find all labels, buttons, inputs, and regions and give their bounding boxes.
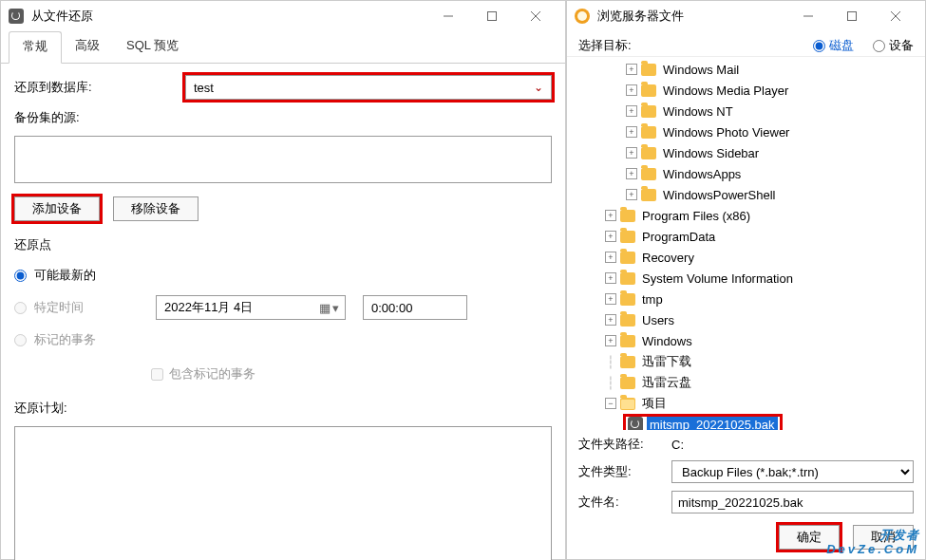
folder-icon	[620, 252, 635, 264]
file-tree[interactable]: +Windows Mail+Windows Media Player+Windo…	[567, 57, 925, 430]
tree-node[interactable]: +System Volume Information	[569, 268, 919, 289]
file-type-select[interactable]: Backup Files (*.bak;*.trn)	[671, 460, 914, 483]
radio-marked-label: 标记的事务	[34, 331, 96, 348]
folder-path-label: 文件夹路径:	[578, 436, 662, 453]
backup-source-list[interactable]	[14, 136, 552, 183]
restore-to-combo[interactable]: test ⌄	[185, 75, 552, 100]
tabs: 常规 高级 SQL 预览	[1, 31, 565, 64]
left-window-title: 从文件还原	[31, 8, 426, 25]
tree-node-label[interactable]: 迅雷云盘	[639, 373, 694, 392]
chk-include-marked[interactable]	[151, 368, 163, 381]
folder-icon	[620, 210, 635, 222]
tab-general[interactable]: 常规	[9, 31, 62, 64]
right-titlebar: 浏览服务器文件	[567, 1, 925, 31]
close-icon[interactable]	[874, 1, 917, 31]
tree-node-label[interactable]: tmp	[639, 291, 666, 308]
minimize-icon[interactable]	[426, 1, 470, 31]
tree-node-label[interactable]: Recovery	[639, 250, 697, 266]
expand-icon[interactable]: +	[605, 314, 616, 326]
radio-disk[interactable]: 磁盘	[813, 37, 854, 54]
tree-node[interactable]: ┆迅雷下载	[569, 351, 919, 372]
chk-include-marked-label: 包含标记的事务	[169, 365, 255, 383]
radio-time[interactable]	[14, 302, 27, 314]
expand-icon[interactable]: +	[605, 210, 616, 221]
folder-icon	[620, 377, 635, 389]
tree-node-label[interactable]: Program Files (x86)	[639, 208, 753, 224]
time-input[interactable]: 0:00:00	[363, 295, 467, 320]
folder-icon	[620, 335, 635, 347]
tree-node[interactable]: ┆迅雷云盘	[569, 372, 919, 393]
tree-node-label[interactable]: 项目	[639, 394, 670, 413]
expand-icon[interactable]: +	[626, 168, 637, 179]
tree-node[interactable]: +WindowsPowerShell	[569, 184, 919, 205]
expand-icon[interactable]: +	[626, 64, 637, 75]
maximize-icon[interactable]	[470, 1, 514, 31]
tree-node[interactable]: +Recovery	[569, 247, 919, 268]
cancel-button[interactable]: 取消	[853, 525, 914, 550]
file-name-input[interactable]	[671, 491, 914, 513]
expand-icon[interactable]: +	[605, 252, 616, 263]
tree-node[interactable]: −项目	[569, 393, 919, 414]
tree-node[interactable]: +Users	[569, 309, 919, 330]
folder-icon	[620, 314, 635, 327]
expand-icon[interactable]: +	[605, 272, 616, 284]
close-icon[interactable]	[514, 1, 557, 31]
tree-node-label[interactable]: mitsmp_20221025.bak	[647, 417, 778, 431]
expand-icon[interactable]: +	[626, 189, 637, 200]
svg-rect-1	[488, 12, 497, 21]
tree-node[interactable]: +WindowsApps	[569, 163, 919, 184]
tree-node[interactable]: +Windows Mail	[569, 59, 919, 80]
folder-icon	[641, 189, 656, 201]
tab-sqlpreview[interactable]: SQL 预览	[113, 31, 192, 63]
chevron-down-icon: ▾	[332, 301, 339, 315]
radio-latest[interactable]	[14, 270, 27, 282]
tree-node-label[interactable]: Windows	[639, 333, 695, 349]
folder-icon	[641, 126, 656, 139]
plan-list[interactable]	[14, 426, 552, 560]
tree-node-label[interactable]: Users	[639, 312, 677, 328]
tree-node-label[interactable]: Windows NT	[660, 103, 736, 120]
tree-node[interactable]: mitsmp_20221025.bak	[569, 414, 919, 430]
tree-node[interactable]: +Windows Sidebar	[569, 142, 919, 163]
tree-node[interactable]: +Windows Media Player	[569, 80, 919, 101]
add-device-button[interactable]: 添加设备	[14, 196, 100, 221]
tree-node-label[interactable]: Windows Media Player	[660, 83, 791, 99]
radio-marked[interactable]	[14, 334, 27, 346]
tree-node[interactable]: +Windows Photo Viewer	[569, 121, 919, 142]
tree-node[interactable]: +ProgramData	[569, 226, 919, 247]
collapse-icon[interactable]: −	[605, 398, 616, 409]
browse-server-dialog: 浏览服务器文件 选择目标: 磁盘 设备 +Windows Mail+Window…	[566, 0, 926, 560]
tree-node[interactable]: +Windows	[569, 330, 919, 351]
tree-node-label[interactable]: System Volume Information	[639, 271, 796, 287]
tab-advanced[interactable]: 高级	[62, 31, 113, 63]
restore-to-label: 还原到数据库:	[14, 79, 185, 96]
tree-node-label[interactable]: Windows Photo Viewer	[660, 124, 792, 140]
maximize-icon[interactable]	[830, 1, 874, 31]
tree-node-label[interactable]: Windows Sidebar	[660, 145, 762, 161]
expand-icon[interactable]: +	[605, 231, 616, 242]
tree-node-label[interactable]: 迅雷下载	[639, 352, 694, 371]
radio-latest-label: 可能最新的	[34, 267, 96, 284]
expand-icon[interactable]: +	[626, 105, 637, 117]
expand-icon[interactable]: +	[605, 335, 616, 346]
expand-icon[interactable]: +	[626, 126, 637, 138]
folder-icon	[641, 105, 656, 118]
date-input[interactable]: 2022年11月 4日 ▦▾	[156, 295, 346, 320]
tree-node[interactable]: +tmp	[569, 289, 919, 309]
tree-node-label[interactable]: WindowsPowerShell	[660, 187, 779, 203]
tree-node-label[interactable]: ProgramData	[639, 229, 718, 245]
expand-icon[interactable]: +	[626, 147, 637, 159]
ok-button[interactable]: 确定	[779, 525, 840, 550]
tree-node-label[interactable]: Windows Mail	[660, 62, 742, 78]
backup-source-label: 备份集的源:	[14, 109, 552, 126]
radio-device[interactable]: 设备	[873, 37, 914, 54]
file-type-label: 文件类型:	[578, 463, 662, 480]
expand-icon[interactable]: +	[605, 293, 616, 305]
remove-device-button[interactable]: 移除设备	[113, 196, 198, 221]
tree-node[interactable]: +Windows NT	[569, 101, 919, 121]
minimize-icon[interactable]	[786, 1, 830, 31]
tree-node-label[interactable]: WindowsApps	[660, 166, 744, 182]
expand-icon[interactable]: +	[626, 84, 637, 96]
tree-node[interactable]: +Program Files (x86)	[569, 205, 919, 226]
restore-point-label: 还原点	[14, 236, 552, 253]
